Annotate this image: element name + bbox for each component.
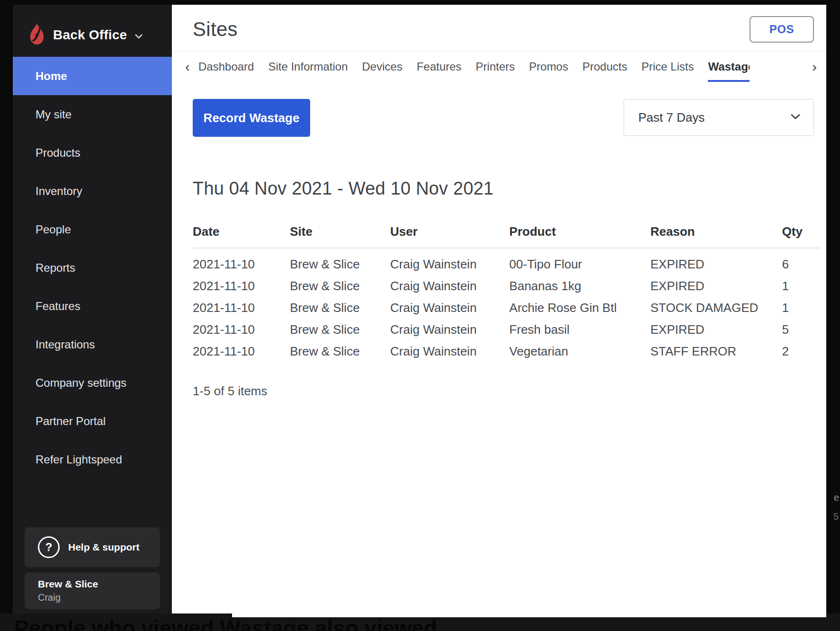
table-row: 2021-11-10 Brew & Slice Craig Wainstein … [193,297,820,319]
cell-date: 2021-11-10 [193,275,290,297]
cell-qty: 5 [782,319,820,340]
sidebar-item-refer-lightspeed[interactable]: Refer Lightspeed [13,440,172,479]
column-header-user: User [390,220,509,248]
sidebar-item-products[interactable]: Products [13,133,172,172]
cell-qty: 1 [782,275,820,297]
account-site-name: Brew & Slice [38,578,160,590]
column-header-site: Site [290,220,390,248]
sidebar-item-inventory[interactable]: Inventory [13,172,172,210]
cell-qty: 6 [782,248,820,275]
bottom-cropped-strip: People who viewed Wastage also viewed [0,613,840,631]
table-row: 2021-11-10 Brew & Slice Craig Wainstein … [193,275,820,297]
cell-product: Vegetarian [509,340,651,362]
cropped-heading: People who viewed Wastage also viewed [14,615,437,631]
pagination-status: 1-5 of 5 items [193,384,805,399]
sidebar-item-integrations[interactable]: Integrations [13,325,172,364]
cell-qty: 2 [782,340,820,362]
chevron-right-icon[interactable]: › [810,52,819,82]
date-range-heading: Thu 04 Nov 2021 - Wed 10 Nov 2021 [193,178,805,199]
cell-site: Brew & Slice [290,275,390,297]
column-header-product: Product [509,220,651,248]
cell-site: Brew & Slice [290,248,390,275]
toolbar: Record Wastage Past 7 Days [172,82,826,137]
sidebar-item-features[interactable]: Features [13,287,172,325]
column-header-date: Date [193,220,290,248]
page-header: Sites POS [172,5,826,52]
table-row: 2021-11-10 Brew & Slice Craig Wainstein … [193,319,820,340]
tab-wastage[interactable]: Wastage [708,52,750,82]
sidebar-item-my-site[interactable]: My site [13,95,172,133]
sidebar-item-home[interactable]: Home [13,57,172,95]
column-header-reason: Reason [650,220,782,248]
tab-site-information[interactable]: Site Information [268,52,348,82]
sidebar-item-company-settings[interactable]: Company settings [13,364,172,402]
cell-date: 2021-11-10 [193,319,290,340]
sidebar-nav: Home My site Products Inventory People R… [13,57,172,479]
cell-site: Brew & Slice [290,340,390,362]
table-row: 2021-11-10 Brew & Slice Craig Wainstein … [193,340,820,362]
cell-reason: STOCK DAMAGED [650,297,782,319]
cell-date: 2021-11-10 [193,248,290,275]
brand-label: Back Office [53,27,127,43]
cell-date: 2021-11-10 [193,297,290,319]
cell-site: Brew & Slice [290,319,390,340]
cell-reason: EXPIRED [650,248,782,275]
tab-printers[interactable]: Printers [476,52,515,82]
tab-dashboard[interactable]: Dashboard [198,52,254,82]
pos-button[interactable]: POS [750,16,814,43]
cell-user: Craig Wainstein [390,297,509,319]
screen: Back Office Home My site Products Invent… [0,0,840,631]
cell-product: 00-Tipo Flour [509,248,651,275]
tab-products[interactable]: Products [582,52,627,82]
cell-qty: 1 [782,297,820,319]
date-filter-select[interactable]: Past 7 Days [624,99,814,136]
sidebar-item-reports[interactable]: Reports [13,249,172,287]
cell-product: Archie Rose Gin Btl [509,297,651,319]
cell-user: Craig Wainstein [390,275,509,297]
record-wastage-button[interactable]: Record Wastage [193,99,310,137]
tabs-scroll-area: Dashboard Site Information Devices Featu… [198,52,804,82]
help-circle-icon: ? [38,536,60,558]
edge-fragment-text: e [834,492,839,503]
wastage-table: Date Site User Product Reason Qty 2021-1… [193,220,820,362]
chevron-left-icon[interactable]: ‹ [183,52,192,82]
help-support-button[interactable]: ? Help & support [25,527,160,567]
sidebar: Back Office Home My site Products Invent… [13,5,172,613]
table-header-row: Date Site User Product Reason Qty [193,220,820,248]
cell-product: Bananas 1kg [509,275,651,297]
account-user-name: Craig [38,592,160,603]
cell-date: 2021-11-10 [193,340,290,362]
sidebar-item-people[interactable]: People [13,210,172,249]
page-title: Sites [193,18,238,41]
main-panel: Sites POS ‹ Dashboard Site Information D… [172,5,826,613]
tab-features[interactable]: Features [417,52,462,82]
edge-fragment-text: 5 [833,511,839,522]
cell-user: Craig Wainstein [390,248,509,275]
tab-promos[interactable]: Promos [529,52,568,82]
app-window: Back Office Home My site Products Invent… [13,5,826,613]
cell-reason: EXPIRED [650,275,782,297]
cell-user: Craig Wainstein [390,340,509,362]
chevron-down-icon [134,32,143,41]
help-support-label: Help & support [68,542,140,553]
tab-price-lists[interactable]: Price Lists [642,52,694,82]
date-filter-value: Past 7 Days [638,110,705,125]
table-row: 2021-11-10 Brew & Slice Craig Wainstein … [193,248,820,275]
tab-bar: ‹ Dashboard Site Information Devices Fea… [172,52,826,82]
account-card[interactable]: Brew & Slice Craig [25,572,160,609]
cell-reason: EXPIRED [650,319,782,340]
tab-devices[interactable]: Devices [362,52,402,82]
cell-product: Fresh basil [509,319,651,340]
cell-user: Craig Wainstein [390,319,509,340]
cell-site: Brew & Slice [290,297,390,319]
brand-menu[interactable]: Back Office [13,5,172,51]
sidebar-item-partner-portal[interactable]: Partner Portal [13,402,172,440]
lightspeed-flame-icon [28,23,45,47]
column-header-qty: Qty [782,220,820,248]
cell-reason: STAFF ERROR [650,340,782,362]
chevron-down-icon [790,113,801,122]
